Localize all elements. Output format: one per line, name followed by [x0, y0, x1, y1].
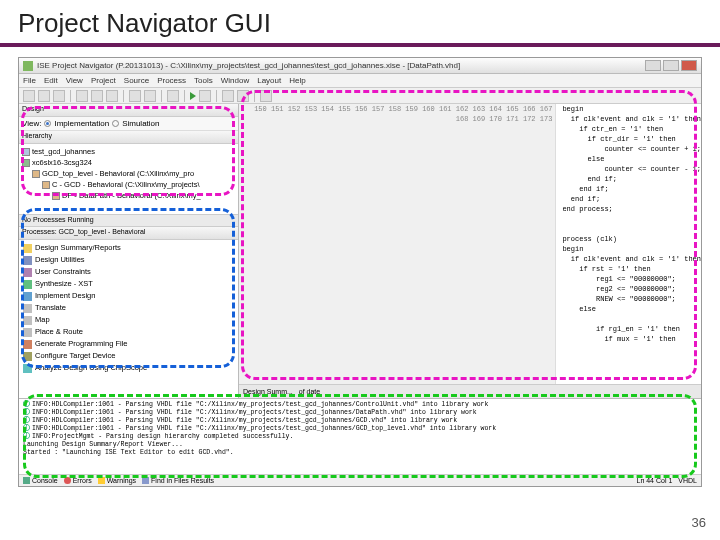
- minimize-button[interactable]: [645, 60, 661, 71]
- proc-chipscope[interactable]: Analyze Design Using ChipScope: [19, 362, 238, 374]
- tb-help-icon[interactable]: [260, 90, 272, 102]
- tree-top-level[interactable]: GCD_top_level - Behavioral (C:\Xilinx\my…: [22, 168, 235, 179]
- menu-file[interactable]: File: [23, 76, 36, 85]
- console-line: Started : "Launching ISE Text Editor to …: [23, 449, 234, 457]
- implementation-radio[interactable]: [44, 120, 51, 127]
- tree-project[interactable]: test_gcd_johannes: [22, 146, 235, 157]
- info-icon: ⓘ: [23, 417, 30, 425]
- status-position: Ln 44 Col 1: [637, 477, 673, 484]
- proc-place-route[interactable]: Place & Route: [19, 326, 238, 338]
- proc-map[interactable]: Map: [19, 314, 238, 326]
- tree-datapath[interactable]: DP - DataPath - Behavioral (C:\Xilinx\my…: [22, 190, 235, 201]
- tb-find-icon[interactable]: [167, 90, 179, 102]
- no-processes-running: No Processes Running: [19, 214, 238, 227]
- menu-edit[interactable]: Edit: [44, 76, 58, 85]
- tb-stop-icon[interactable]: [199, 90, 211, 102]
- info-icon: ⓘ: [23, 409, 30, 417]
- app-window: ISE Project Navigator (P.20131013) - C:\…: [18, 57, 702, 487]
- bottom-tabs: Console Errors Warnings Find in Files Re…: [19, 474, 701, 486]
- left-pane: Design View: Implementation Simulation H…: [19, 104, 239, 398]
- titlebar-text: ISE Project Navigator (P.20131013) - C:\…: [37, 61, 645, 70]
- tb-save-icon[interactable]: [53, 90, 65, 102]
- main-area: Design View: Implementation Simulation H…: [19, 104, 701, 398]
- info-icon: ⓘ: [23, 433, 30, 441]
- simulation-label[interactable]: Simulation: [122, 119, 159, 128]
- proc-design-utilities[interactable]: Design Utilities: [19, 254, 238, 266]
- editor-pane: 150 151 152 153 154 155 156 157 158 159 …: [239, 104, 701, 398]
- menu-tools[interactable]: Tools: [194, 76, 213, 85]
- app-icon: [23, 61, 33, 71]
- menu-project[interactable]: Project: [91, 76, 116, 85]
- page-number: 36: [692, 515, 706, 530]
- design-panel-header: Design: [19, 104, 238, 117]
- menu-process[interactable]: Process: [157, 76, 186, 85]
- slide-title: Project Navigator GUI: [0, 0, 720, 47]
- proc-gen-prog-file[interactable]: Generate Programming File: [19, 338, 238, 350]
- info-icon: ⓘ: [23, 425, 30, 433]
- menubar: File Edit View Project Source Process To…: [19, 74, 701, 88]
- console-line: INFO:HDLCompiler:1061 - Parsing VHDL fil…: [32, 401, 488, 409]
- status-language: VHDL: [678, 477, 697, 484]
- console-line: INFO:HDLCompiler:1061 - Parsing VHDL fil…: [32, 425, 496, 433]
- tb-run-icon[interactable]: [190, 92, 196, 100]
- proc-translate[interactable]: Translate: [19, 302, 238, 314]
- proc-user-constraints[interactable]: User Constraints: [19, 266, 238, 278]
- simulation-radio[interactable]: [112, 120, 119, 127]
- hierarchy-header: Hierarchy: [19, 131, 238, 144]
- tb-redo-icon[interactable]: [144, 90, 156, 102]
- tab-console[interactable]: Console: [23, 477, 58, 484]
- view-label: View:: [22, 119, 41, 128]
- tab-of-date[interactable]: of date: [299, 388, 320, 395]
- tb-copy-icon[interactable]: [91, 90, 103, 102]
- info-icon: ⓘ: [23, 401, 30, 409]
- find-icon: [142, 477, 149, 484]
- console-panel[interactable]: ⓘINFO:HDLCompiler:1061 - Parsing VHDL fi…: [19, 398, 701, 474]
- tree-gcd[interactable]: C - GCD - Behavioral (C:\Xilinx\my_proje…: [22, 179, 235, 190]
- tab-warnings[interactable]: Warnings: [98, 477, 136, 484]
- console-line: INFO:HDLCompiler:1061 - Parsing VHDL fil…: [32, 417, 457, 425]
- menu-layout[interactable]: Layout: [257, 76, 281, 85]
- line-gutter: 150 151 152 153 154 155 156 157 158 159 …: [239, 104, 556, 384]
- tb-open-icon[interactable]: [38, 90, 50, 102]
- menu-help[interactable]: Help: [289, 76, 305, 85]
- view-row: View: Implementation Simulation: [19, 117, 238, 131]
- toolbar: [19, 88, 701, 104]
- menu-source[interactable]: Source: [124, 76, 149, 85]
- hierarchy-tree[interactable]: test_gcd_johannes xc6slx16-3csg324 GCD_t…: [19, 144, 238, 214]
- menu-view[interactable]: View: [66, 76, 83, 85]
- proc-synthesize[interactable]: Synthesize - XST: [19, 278, 238, 290]
- tb-cut-icon[interactable]: [76, 90, 88, 102]
- console-line: Launching Design Summary/Report Viewer..…: [23, 441, 183, 449]
- code-content[interactable]: begin if clk'event and clk = '1' then if…: [556, 104, 701, 384]
- tb-new-icon[interactable]: [23, 90, 35, 102]
- close-button[interactable]: [681, 60, 697, 71]
- tab-find-results[interactable]: Find in Files Results: [142, 477, 214, 484]
- console-line: INFO:HDLCompiler:1061 - Parsing VHDL fil…: [32, 409, 477, 417]
- console-icon: [23, 477, 30, 484]
- maximize-button[interactable]: [663, 60, 679, 71]
- tb-undo-icon[interactable]: [129, 90, 141, 102]
- processes-tree[interactable]: Design Summary/Reports Design Utilities …: [19, 240, 238, 398]
- proc-design-summary[interactable]: Design Summary/Reports: [19, 242, 238, 254]
- menu-window[interactable]: Window: [221, 76, 249, 85]
- titlebar[interactable]: ISE Project Navigator (P.20131013) - C:\…: [19, 58, 701, 74]
- console-line: INFO:ProjectMgmt - Parsing design hierar…: [32, 433, 293, 441]
- tab-errors[interactable]: Errors: [64, 477, 92, 484]
- tb-zoomfit-icon[interactable]: [222, 90, 234, 102]
- warning-icon: [98, 477, 105, 484]
- error-icon: [64, 477, 71, 484]
- tb-paste-icon[interactable]: [106, 90, 118, 102]
- code-editor[interactable]: 150 151 152 153 154 155 156 157 158 159 …: [239, 104, 701, 384]
- tb-light-icon[interactable]: [237, 90, 249, 102]
- editor-tabs: Design Summ... of date: [239, 384, 701, 398]
- tree-device[interactable]: xc6slx16-3csg324: [22, 157, 235, 168]
- tab-design-summary[interactable]: Design Summ...: [243, 388, 293, 395]
- proc-implement[interactable]: Implement Design: [19, 290, 238, 302]
- proc-configure-target[interactable]: Configure Target Device: [19, 350, 238, 362]
- implementation-label[interactable]: Implementation: [54, 119, 109, 128]
- processes-header: Processes: GCD_top_level - Behavioral: [19, 227, 238, 240]
